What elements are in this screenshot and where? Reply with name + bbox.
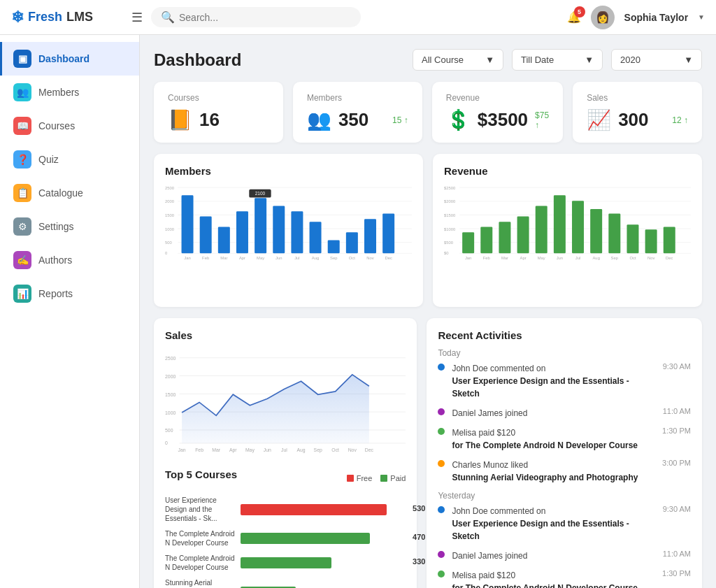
legend-paid-label: Paid (390, 474, 406, 482)
logo-icon: ❄ (11, 8, 24, 27)
activity-dot (438, 428, 445, 435)
svg-text:$2000: $2000 (444, 199, 456, 203)
sidebar-item-authors[interactable]: ✍ Authors (0, 243, 139, 277)
svg-text:Oct: Oct (349, 256, 356, 260)
course-bar-track: 470 (241, 533, 406, 544)
svg-rect-51 (480, 227, 492, 253)
course-bar (241, 504, 387, 515)
svg-text:2000: 2000 (165, 199, 175, 203)
sidebar-item-catalogue[interactable]: 📋 Catalogue (0, 176, 139, 210)
activity-text: John Doe commented onUser Experience Des… (452, 505, 655, 543)
activity-dot (438, 364, 445, 371)
quiz-icon: ❓ (13, 150, 31, 168)
sidebar-item-members[interactable]: 👥 Members (0, 76, 139, 109)
sales-chart-title: Sales (165, 329, 406, 341)
page-title: Dashboard (154, 50, 404, 70)
list-item: John Doe commented onUser Experience Des… (438, 362, 691, 400)
stat-card-sales: Sales 📈 300 12 ↑ (573, 82, 702, 143)
courses-icon: 📖 (13, 117, 31, 135)
search-input[interactable] (179, 12, 351, 23)
top-courses-header: Top 5 Courses Free Paid (165, 468, 406, 487)
svg-text:Aug: Aug (592, 256, 599, 260)
svg-text:May: May (245, 447, 255, 453)
sidebar-label-authors: Authors (38, 254, 72, 266)
activity-time: 1:30 PM (662, 569, 691, 578)
members-label: Members (307, 93, 408, 103)
svg-text:May: May (538, 256, 545, 260)
sidebar-label-settings: Settings (38, 221, 74, 232)
revenue-chart-title: Revenue (444, 165, 691, 177)
sales-chart-area: 2500 2000 1500 1000 500 0 (165, 348, 406, 460)
svg-rect-50 (462, 232, 474, 253)
activity-time: 9:30 AM (663, 505, 691, 513)
courses-legend: Free Paid (347, 474, 406, 482)
chevron-down-icon[interactable]: ▼ (698, 13, 705, 21)
activity-dot (438, 460, 445, 467)
date-filter[interactable]: Till Date ▼ (512, 49, 603, 71)
members-icon: 👥 (13, 83, 31, 101)
svg-text:Dec: Dec (365, 447, 374, 452)
activity-dot (438, 506, 445, 513)
notification-button[interactable]: 🔔 5 (567, 10, 581, 24)
svg-text:Mar: Mar (212, 447, 221, 452)
members-icon: 👥 (307, 108, 331, 131)
legend-free-label: Free (357, 474, 373, 482)
svg-text:Aug: Aug (296, 447, 305, 453)
svg-text:May: May (257, 256, 264, 260)
activity-text: John Doe commented onUser Experience Des… (452, 362, 655, 400)
sidebar-item-reports[interactable]: 📊 Reports (0, 277, 139, 310)
svg-rect-20 (291, 211, 303, 253)
svg-rect-22 (328, 240, 340, 253)
legend-free: Free (347, 474, 373, 482)
stat-card-members: Members 👥 350 15 ↑ (293, 82, 422, 143)
course-name: Stunning Aerial Videography and Pho... (165, 578, 235, 588)
svg-text:1000: 1000 (165, 410, 176, 415)
list-item: Melisa paid $120for The Complete Android… (438, 426, 691, 452)
sidebar-label-members: Members (38, 87, 79, 98)
sidebar-item-dashboard[interactable]: ▣ Dashboard (0, 42, 139, 76)
course-filter-label: All Course (422, 55, 464, 65)
sales-line-chart: 2500 2000 1500 1000 500 0 (165, 348, 406, 460)
search-box[interactable]: 🔍 (151, 7, 361, 27)
sidebar-item-quiz[interactable]: ❓ Quiz (0, 143, 139, 176)
sidebar-item-settings[interactable]: ⚙ Settings (0, 210, 139, 243)
activity-dot (438, 571, 445, 578)
main-content: Dashboard All Course ▼ Till Date ▼ 2020 … (140, 35, 716, 588)
free-dot (347, 475, 354, 482)
svg-text:2100: 2100 (255, 191, 266, 196)
app-name: Fresh (28, 10, 62, 24)
svg-text:0: 0 (165, 251, 168, 255)
activity-card: Recent Activities Today John Doe comment… (427, 318, 702, 588)
sidebar-item-courses[interactable]: 📖 Courses (0, 109, 139, 143)
year-filter[interactable]: 2020 ▼ (611, 49, 702, 71)
svg-text:1000: 1000 (165, 227, 175, 231)
activity-text: Melisa paid $120for The Complete Android… (452, 569, 655, 588)
avatar: 👩 (591, 6, 615, 29)
svg-text:1500: 1500 (165, 213, 175, 217)
year-filter-label: 2020 (620, 55, 640, 65)
activity-dot (438, 408, 445, 415)
svg-text:Dec: Dec (666, 256, 673, 260)
course-filter[interactable]: All Course ▼ (413, 49, 503, 71)
list-item: Daniel James joined 11:0 AM (438, 550, 691, 562)
course-bar (241, 533, 370, 544)
members-chart-area: 2500 2000 1500 1000 500 0 (165, 184, 412, 296)
svg-text:Jul: Jul (281, 447, 287, 452)
svg-text:Nov: Nov (366, 256, 374, 260)
logo: ❄ Fresh LMS (11, 8, 123, 27)
course-name: The Complete Android N Developer Course (165, 554, 235, 572)
revenue-label: Revenue (446, 93, 549, 103)
course-bar (241, 557, 331, 568)
svg-rect-54 (536, 206, 547, 253)
search-icon: 🔍 (161, 10, 175, 24)
activity-dot (438, 551, 445, 558)
stat-cards: Courses 📙 16 Members 👥 350 15 ↑ Revenue … (154, 82, 702, 143)
svg-text:1500: 1500 (165, 392, 176, 397)
svg-text:Feb: Feb (195, 447, 203, 452)
hamburger-icon[interactable]: ☰ (131, 10, 143, 25)
svg-text:Apr: Apr (520, 256, 527, 260)
svg-text:Sep: Sep (611, 256, 619, 260)
svg-text:Jun: Jun (264, 447, 271, 452)
members-sub: 15 ↑ (392, 115, 408, 125)
svg-text:Jan: Jan (465, 256, 471, 260)
